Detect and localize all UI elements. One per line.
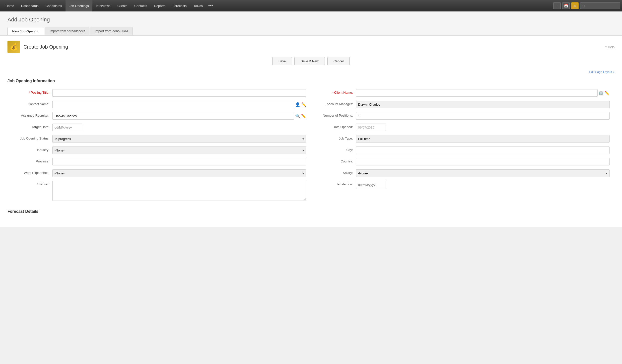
page-header: Add Job Opening New Job Opening Import f… xyxy=(0,11,622,35)
nav-interviews[interactable]: Interviews xyxy=(92,0,114,11)
account-manager-row: Account Manager: xyxy=(316,101,610,109)
nav-dashboards[interactable]: Dashboards xyxy=(18,0,42,11)
province-row: Province: xyxy=(12,158,306,166)
nav-contacts[interactable]: Contacts xyxy=(131,0,150,11)
tabs: New Job Opening Import from spreadsheet … xyxy=(7,27,615,35)
skillset-row: Skill set: xyxy=(12,181,306,201)
nav-home[interactable]: Home xyxy=(2,0,18,11)
work-exp-label: Work Experience: xyxy=(12,169,52,175)
nav-forecasts[interactable]: Forecasts xyxy=(169,0,190,11)
contact-name-add-icon[interactable]: ✏️ xyxy=(301,102,306,107)
nav-more[interactable]: ••• xyxy=(206,0,215,11)
city-row: City: xyxy=(316,146,610,154)
nav-clients[interactable]: Clients xyxy=(114,0,131,11)
client-name-edit-icon[interactable]: ✏️ xyxy=(605,91,610,95)
assigned-recruiter-label: Assigned Recruiter: xyxy=(12,112,52,117)
client-name-input[interactable] xyxy=(356,89,598,97)
recruiter-search-icon[interactable]: 🔍 xyxy=(295,114,300,118)
help-link[interactable]: ? Help xyxy=(605,45,615,49)
industry-select-wrapper: -None- Technology Finance Healthcare xyxy=(52,146,306,154)
date-opened-label: Date Opened: xyxy=(316,124,356,129)
posted-on-label: Posted on: xyxy=(316,181,356,186)
save-new-button[interactable]: Save & New xyxy=(294,57,325,65)
status-row: Job Opening Status: In-progress Filled C… xyxy=(12,135,306,143)
date-opened-row: Date Opened: xyxy=(316,124,610,132)
form-right-col: Client Name: 🏢 ✏️ Account Manager: Numbe… xyxy=(311,89,615,204)
salary-select[interactable]: -None- 20k-40k 40k-60k 60k-80k 80k+ xyxy=(356,169,610,177)
industry-row: Industry: -None- Technology Finance Heal… xyxy=(12,146,306,154)
posting-title-input[interactable] xyxy=(52,89,306,97)
num-positions-input[interactable] xyxy=(356,112,610,120)
salary-label: Salary: xyxy=(316,169,356,175)
section-title: Job Opening Information xyxy=(7,79,615,84)
nav-search-input[interactable] xyxy=(580,2,620,9)
nav-mail-icon[interactable]: ✉ xyxy=(571,2,579,9)
posting-title-label: Posting Title: xyxy=(12,89,52,94)
tab-new-job-opening[interactable]: New Job Opening xyxy=(7,27,44,35)
section2-title: Forecast Details xyxy=(7,209,615,215)
contact-name-field-group: 👤 ✏️ xyxy=(52,101,306,108)
city-input[interactable] xyxy=(356,146,610,154)
work-exp-select-wrapper: -None- 0-1 years 1-3 years 3-5 years 5+ … xyxy=(52,169,306,177)
nav-candidates[interactable]: Candidates xyxy=(42,0,66,11)
client-name-building-icon[interactable]: 🏢 xyxy=(599,91,604,95)
date-opened-input[interactable] xyxy=(356,124,386,131)
contact-name-search-icon[interactable]: 👤 xyxy=(295,102,300,107)
posting-title-row: Posting Title: xyxy=(12,89,306,97)
contact-name-input[interactable] xyxy=(52,101,294,108)
salary-row: Salary: -None- 20k-40k 40k-60k 60k-80k 8… xyxy=(316,169,610,177)
salary-select-wrapper: -None- 20k-40k 40k-60k 60k-80k 80k+ xyxy=(356,169,610,177)
province-input[interactable] xyxy=(52,158,306,165)
target-date-label: Target Date: xyxy=(12,124,52,129)
target-date-row: Target Date: xyxy=(12,124,306,132)
industry-label: Industry: xyxy=(12,146,52,152)
account-manager-label: Account Manager: xyxy=(316,101,356,106)
tab-import-spreadsheet[interactable]: Import from spreadsheet xyxy=(45,27,90,35)
form-left-col: Posting Title: Contact Name: 👤 ✏️ Assign… xyxy=(7,89,311,204)
target-date-input[interactable] xyxy=(52,124,82,131)
industry-select[interactable]: -None- Technology Finance Healthcare xyxy=(52,146,306,154)
form-title-area: 💰 Create Job Opening xyxy=(7,41,68,53)
num-positions-row: Number of Positions: xyxy=(316,112,610,120)
assigned-recruiter-input[interactable] xyxy=(52,112,294,120)
cancel-button[interactable]: Cancel xyxy=(327,57,350,65)
country-label: Country: xyxy=(316,158,356,163)
num-positions-label: Number of Positions: xyxy=(316,112,356,117)
posted-on-input[interactable] xyxy=(356,181,386,188)
recruiter-field-group: 🔍 ✏️ xyxy=(52,112,306,120)
save-button[interactable]: Save xyxy=(272,57,292,65)
city-label: City: xyxy=(316,146,356,152)
status-label: Job Opening Status: xyxy=(12,135,52,140)
recruiter-edit-icon[interactable]: ✏️ xyxy=(301,114,306,118)
country-input[interactable] xyxy=(356,158,610,165)
tab-import-zoho[interactable]: Import from Zoho CRM xyxy=(90,27,133,35)
form-grid: Posting Title: Contact Name: 👤 ✏️ Assign… xyxy=(7,89,615,204)
nav-reports[interactable]: Reports xyxy=(150,0,169,11)
form-icon: 💰 xyxy=(7,41,20,53)
client-name-field-group: 🏢 ✏️ xyxy=(356,89,610,97)
form-header: 💰 Create Job Opening ? Help xyxy=(7,41,615,53)
nav-add-icon[interactable]: + xyxy=(553,2,561,9)
client-name-label: Client Name: xyxy=(316,89,356,94)
account-manager-input[interactable] xyxy=(356,101,610,108)
nav-right-icons: + 📅 ✉ xyxy=(553,2,620,9)
status-select[interactable]: In-progress Filled Closed On-hold xyxy=(52,135,306,143)
page-title: Add Job Opening xyxy=(7,16,615,23)
assigned-recruiter-row: Assigned Recruiter: 🔍 ✏️ xyxy=(12,112,306,120)
job-type-row: Job Type: xyxy=(316,135,610,143)
work-exp-row: Work Experience: -None- 0-1 years 1-3 ye… xyxy=(12,169,306,177)
job-type-input[interactable] xyxy=(356,135,610,143)
skillset-textarea[interactable] xyxy=(52,181,306,201)
nav-job-openings[interactable]: Job Openings xyxy=(66,0,92,11)
country-row: Country: xyxy=(316,158,610,166)
nav-calendar-icon[interactable]: 📅 xyxy=(562,2,570,9)
form-title: Create Job Opening xyxy=(23,44,68,50)
nav-todos[interactable]: ToDos xyxy=(190,0,206,11)
edit-layout-link[interactable]: Edit Page Layout » xyxy=(7,70,615,74)
status-select-wrapper: In-progress Filled Closed On-hold xyxy=(52,135,306,143)
contact-name-row: Contact Name: 👤 ✏️ xyxy=(12,101,306,109)
province-label: Province: xyxy=(12,158,52,163)
skillset-label: Skill set: xyxy=(12,181,52,186)
work-exp-select[interactable]: -None- 0-1 years 1-3 years 3-5 years 5+ … xyxy=(52,169,306,177)
contact-name-label: Contact Name: xyxy=(12,101,52,106)
